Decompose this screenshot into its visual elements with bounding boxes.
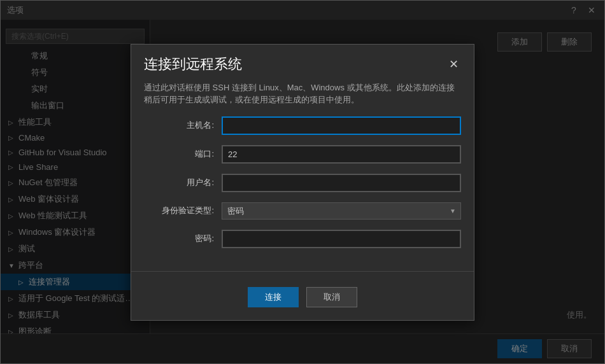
username-input[interactable] [222,174,461,192]
auth-type-select-wrapper: 密码 私钥 证书 ▼ [222,202,461,220]
password-input[interactable] [222,230,461,248]
modal-body: 主机名: 端口: 用户名: 身份验证类型: [131,116,474,271]
hostname-input[interactable] [222,116,461,135]
port-row: 端口: [144,145,461,164]
port-label: 端口: [144,148,214,160]
modal-title: 连接到远程系统 [144,55,242,74]
modal-header: 连接到远程系统 ✕ [131,45,474,74]
modal-dialog: 连接到远程系统 ✕ 通过此对话框使用 SSH 连接到 Linux、Mac、Win… [131,44,474,321]
options-window: 选项 ? ✕ 常规 符号 实时 [0,0,605,364]
username-label: 用户名: [144,177,214,188]
auth-type-label: 身份验证类型: [144,205,214,216]
modal-overlay: 连接到远程系统 ✕ 通过此对话框使用 SSH 连接到 Linux、Mac、Win… [1,1,604,363]
password-row: 密码: [144,230,461,248]
port-input[interactable] [222,145,461,164]
auth-type-select[interactable]: 密码 私钥 证书 [222,202,461,220]
hostname-row: 主机名: [144,116,461,135]
modal-description: 通过此对话框使用 SSH 连接到 Linux、Mac、Windows 或其他系统… [131,74,474,116]
username-row: 用户名: [144,174,461,192]
auth-type-row: 身份验证类型: 密码 私钥 证书 ▼ [144,202,461,220]
modal-cancel-button[interactable]: 取消 [306,287,357,307]
modal-divider [131,271,474,272]
connect-button[interactable]: 连接 [248,287,299,307]
modal-close-button[interactable]: ✕ [446,57,461,71]
password-label: 密码: [144,233,214,244]
modal-footer: 连接 取消 [131,282,474,320]
hostname-label: 主机名: [144,120,214,131]
